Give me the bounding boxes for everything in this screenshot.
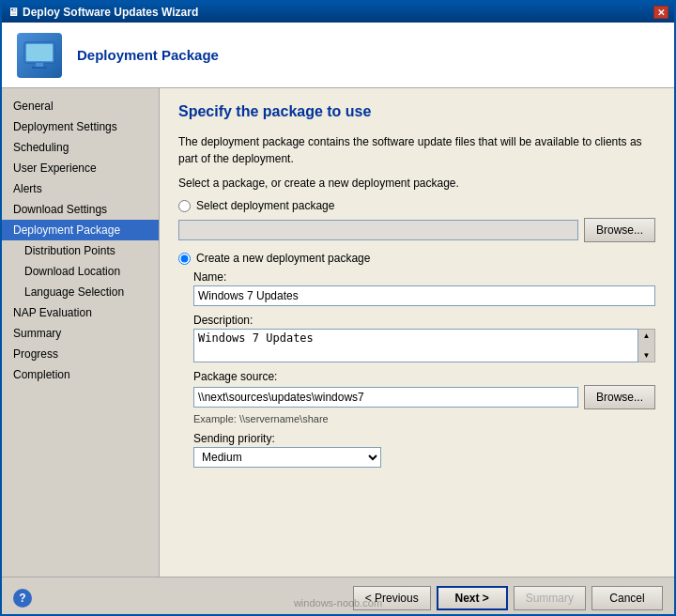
select-browse-button[interactable]: Browse... (584, 218, 655, 242)
source-browse-button[interactable]: Browse... (584, 385, 655, 409)
main-layout: GeneralDeployment SettingsSchedulingUser… (2, 88, 674, 577)
sidebar-item-completion[interactable]: Completion (2, 364, 159, 385)
header: Deployment Package (2, 23, 674, 88)
content-area: Specify the package to use The deploymen… (160, 88, 674, 577)
page-title: Specify the package to use (178, 103, 655, 120)
info-text: The deployment package contains the soft… (178, 133, 655, 167)
select-instruction: Select a package, or create a new deploy… (178, 177, 655, 190)
title-bar: 🖥 Deploy Software Updates Wizard ✕ (2, 2, 674, 23)
footer-right: < Previous Next > Summary Cancel (353, 586, 663, 610)
radio-create-option: Create a new deployment package (178, 252, 655, 265)
desc-label: Description: (193, 314, 655, 327)
help-icon[interactable]: ? (13, 589, 32, 608)
footer-left: ? (13, 589, 32, 608)
source-input[interactable] (193, 387, 578, 408)
desc-scroll-btn[interactable]: ▲ ▼ (638, 329, 655, 362)
sidebar-item-download-settings[interactable]: Download Settings (2, 199, 159, 220)
desc-input[interactable]: Windows 7 Updates (193, 329, 638, 362)
select-package-input[interactable] (178, 220, 578, 240)
select-package-row: Browse... (178, 218, 655, 242)
sidebar-item-scheduling[interactable]: Scheduling (2, 137, 159, 158)
cancel-button[interactable]: Cancel (592, 586, 663, 610)
sidebar-item-summary[interactable]: Summary (2, 323, 159, 344)
example-text: Example: \\servername\share (193, 413, 655, 424)
close-btn[interactable]: ✕ (653, 6, 668, 19)
svg-rect-1 (26, 44, 53, 61)
header-title: Deployment Package (77, 47, 219, 63)
next-button[interactable]: Next > (437, 586, 508, 610)
title-bar-title: Deploy Software Updates Wizard (23, 6, 198, 19)
title-bar-icon: 🖥 (8, 6, 19, 19)
footer: ? < Previous Next > Summary Cancel (2, 577, 674, 616)
title-bar-left: 🖥 Deploy Software Updates Wizard (8, 6, 198, 19)
radio-select-option: Select deployment package (178, 199, 655, 212)
sidebar-item-nap-evaluation[interactable]: NAP Evaluation (2, 302, 159, 323)
radio-select-input[interactable] (178, 200, 191, 212)
sidebar-item-user-experience[interactable]: User Experience (2, 158, 159, 178)
header-icon (17, 33, 62, 78)
svg-rect-2 (36, 63, 43, 67)
priority-select[interactable]: Low Medium High (193, 447, 381, 468)
sidebar: GeneralDeployment SettingsSchedulingUser… (2, 88, 160, 577)
radio-select-label: Select deployment package (196, 199, 334, 212)
priority-label: Sending priority: (193, 432, 655, 445)
sidebar-item-language-selection[interactable]: Language Selection (2, 282, 159, 302)
desc-row: Windows 7 Updates ▲ ▼ (193, 329, 655, 362)
create-package-form: Name: Description: Windows 7 Updates ▲ ▼… (193, 270, 655, 468)
svg-rect-3 (32, 67, 47, 69)
sidebar-item-general[interactable]: General (2, 96, 159, 116)
previous-button[interactable]: < Previous (353, 586, 431, 610)
sidebar-item-download-location[interactable]: Download Location (2, 261, 159, 282)
name-input[interactable] (193, 285, 655, 306)
source-row: Browse... (193, 385, 655, 409)
sidebar-item-deployment-settings[interactable]: Deployment Settings (2, 116, 159, 137)
sidebar-item-progress[interactable]: Progress (2, 344, 159, 364)
radio-create-label: Create a new deployment package (196, 252, 370, 265)
sidebar-item-distribution-points[interactable]: Distribution Points (2, 240, 159, 261)
radio-create-input[interactable] (178, 253, 191, 265)
source-label: Package source: (193, 370, 655, 383)
summary-button[interactable]: Summary (514, 586, 586, 610)
name-label: Name: (193, 270, 655, 284)
sidebar-item-alerts[interactable]: Alerts (2, 178, 159, 199)
sidebar-item-deployment-package[interactable]: Deployment Package (2, 220, 159, 240)
